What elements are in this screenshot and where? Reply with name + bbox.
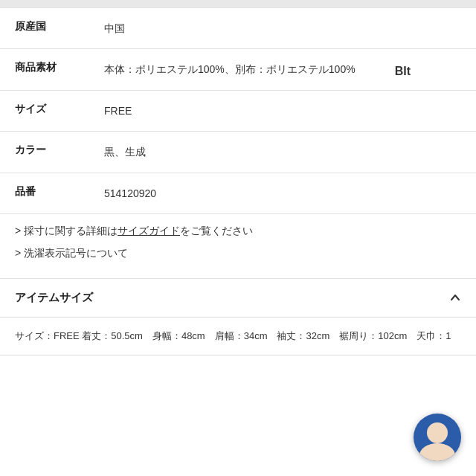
spec-label-sku: 品番 <box>15 185 104 199</box>
size-section-title: アイテムサイズ <box>15 291 93 305</box>
spec-row-size: サイズ FREE <box>0 91 476 132</box>
size-details: サイズ：FREE 着丈：50.5cm 身幅：48cm 肩幅：34cm 袖丈：32… <box>0 318 476 356</box>
spec-value-color: 黒、生成 <box>104 144 461 160</box>
specs-table: 原産国 中国 商品素材 本体：ポリエステル100%、別布：ポリエステル100% … <box>0 7 476 214</box>
avatar-bubble[interactable] <box>414 414 461 461</box>
size-guide-link-item: > 採寸に関する詳細はサイズガイドをご覧ください <box>15 225 461 238</box>
avatar-head <box>427 422 448 443</box>
size-section-header[interactable]: アイテムサイズ <box>0 278 476 318</box>
spec-value-origin: 中国 <box>104 20 461 36</box>
size-section: アイテムサイズ サイズ：FREE 着丈：50.5cm 身幅：48cm 肩幅：34… <box>0 278 476 356</box>
avatar-body <box>419 443 455 461</box>
page-wrapper: 原産国 中国 商品素材 本体：ポリエステル100%、別布：ポリエステル100% … <box>0 0 476 476</box>
links-section: > 採寸に関する詳細はサイズガイドをご覧ください > 洗濯表示記号について <box>0 214 476 272</box>
top-bar <box>0 0 476 7</box>
wash-guide-link-item: > 洗濯表示記号について <box>15 247 461 260</box>
size-guide-link[interactable]: サイズガイド <box>118 225 180 238</box>
spec-row-sku: 品番 514120920 <box>0 173 476 214</box>
spec-value-sku: 514120920 <box>104 185 461 202</box>
size-guide-prefix: > 採寸に関する詳細は <box>15 225 118 238</box>
spec-label-material: 商品素材 <box>15 61 104 74</box>
bit-badge: BIt <box>395 65 411 78</box>
wash-guide-text: > 洗濯表示記号について <box>15 247 128 260</box>
spec-label-color: カラー <box>15 144 104 157</box>
spec-label-origin: 原産国 <box>15 20 104 33</box>
size-guide-suffix: をご覧ください <box>180 225 253 238</box>
spec-value-size: FREE <box>104 103 461 119</box>
spec-row-color: カラー 黒、生成 <box>0 132 476 173</box>
spec-row-origin: 原産国 中国 <box>0 8 476 49</box>
chevron-up-icon <box>449 292 461 303</box>
spec-label-size: サイズ <box>15 103 104 116</box>
